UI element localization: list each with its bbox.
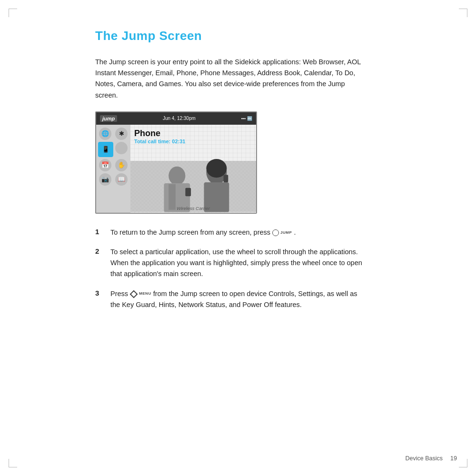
step-3: 3 Press MENU from the Jump screen to ope… bbox=[95, 288, 367, 310]
app-icon-empty bbox=[115, 142, 128, 154]
device-jump-label: jump bbox=[100, 115, 117, 122]
steps-list: 1 To return to the Jump screen from any … bbox=[95, 227, 367, 310]
corner-mark-br bbox=[459, 459, 467, 467]
step-3-text: Press MENU from the Jump screen to open … bbox=[110, 288, 367, 310]
device-status-icons: ▪▪▪ 🔤 bbox=[241, 116, 252, 121]
svg-rect-3 bbox=[130, 161, 256, 212]
app-icon-hand: ✋ bbox=[115, 159, 128, 171]
menu-button-diamond bbox=[130, 290, 138, 298]
svg-rect-6 bbox=[169, 184, 176, 210]
svg-rect-7 bbox=[185, 188, 191, 196]
svg-point-4 bbox=[169, 166, 185, 185]
step-2-text: To select a particular application, use … bbox=[110, 247, 367, 280]
page-title: The Jump Screen bbox=[95, 29, 447, 43]
corner-mark-bl bbox=[9, 459, 17, 467]
device-body: 🌐 ✱ 📱 📅 ✋ 📷 📖 Phone Total call time: 02:… bbox=[96, 125, 256, 213]
battery-icon: ▪▪▪ bbox=[241, 116, 246, 121]
app-icon-aol: ✱ bbox=[115, 128, 128, 140]
device-time: Jun 4, 12:30pm bbox=[163, 116, 196, 121]
svg-rect-11 bbox=[224, 175, 228, 182]
corner-mark-tr bbox=[459, 9, 467, 17]
device-top-bar: jump Jun 4, 12:30pm ▪▪▪ 🔤 bbox=[96, 112, 256, 125]
menu-button-label: MENU bbox=[139, 291, 151, 297]
intro-paragraph: The Jump screen is your entry point to a… bbox=[95, 57, 362, 101]
device-phone-title: Phone bbox=[134, 129, 252, 139]
device-app-icons: 🌐 ✱ 📱 📅 ✋ 📷 📖 bbox=[96, 125, 130, 213]
step-2: 2 To select a particular application, us… bbox=[95, 247, 367, 280]
jump-button-circle bbox=[272, 229, 279, 236]
signal-icon: 🔤 bbox=[247, 116, 252, 121]
step-3-number: 3 bbox=[95, 288, 104, 297]
svg-text:Wireless Carrier: Wireless Carrier bbox=[177, 205, 210, 210]
step-1-text-before: To return to the Jump screen from any sc… bbox=[110, 228, 270, 236]
app-icon-extra: 📷 bbox=[99, 173, 111, 186]
step-1-number: 1 bbox=[95, 227, 104, 236]
call-time-value: 02:31 bbox=[172, 139, 185, 144]
footer-page-number: 19 bbox=[450, 455, 457, 462]
step-2-number: 2 bbox=[95, 247, 104, 255]
menu-button-inline: MENU bbox=[130, 291, 151, 297]
jump-button-label: JUMP bbox=[280, 230, 292, 236]
device-call-time: Total call time: 02:31 bbox=[134, 139, 252, 144]
step-1-text: To return to the Jump screen from any sc… bbox=[110, 227, 296, 238]
footer-section-label: Device Basics bbox=[406, 455, 443, 462]
app-icon-extra2: 📖 bbox=[115, 173, 128, 186]
corner-mark-tl bbox=[9, 9, 17, 17]
device-main-area: Phone Total call time: 02:31 bbox=[130, 125, 256, 213]
app-icon-phone: 📱 bbox=[98, 142, 113, 157]
device-illustration: Wireless Carrier bbox=[130, 151, 256, 213]
jump-button-inline: JUMP bbox=[272, 229, 292, 236]
app-icon-globe: 🌐 bbox=[99, 128, 111, 140]
page-content: The Jump Screen The Jump screen is your … bbox=[95, 29, 447, 447]
device-screenshot: jump Jun 4, 12:30pm ▪▪▪ 🔤 🌐 ✱ 📱 📅 ✋ 📷 📖 bbox=[95, 111, 257, 214]
step-1-text-after: . bbox=[294, 228, 296, 236]
page-footer: Device Basics 19 bbox=[406, 455, 457, 462]
app-icon-calendar: 📅 bbox=[99, 159, 111, 171]
step-1: 1 To return to the Jump screen from any … bbox=[95, 227, 367, 238]
call-time-label: Total call time: bbox=[134, 139, 172, 144]
step-3-text-before: Press bbox=[110, 290, 128, 298]
svg-point-10 bbox=[206, 159, 227, 178]
